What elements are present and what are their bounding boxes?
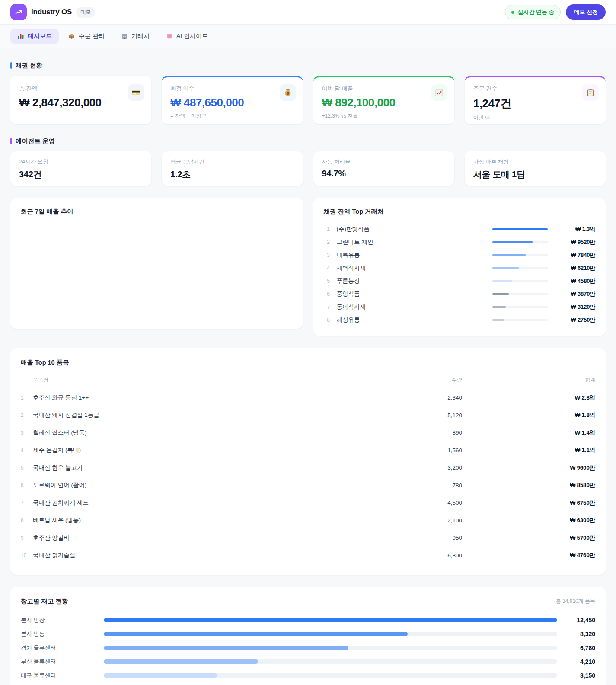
agent-card-grid: 24시간 요청 342건 평균 응답시간 1.2초 자동 처리율 94.7% 가… [10, 151, 606, 186]
item-qty: 2,100 [410, 517, 462, 524]
warehouse-value: 6,780 [557, 644, 595, 651]
kpi-label: 확정 미수 [170, 85, 294, 93]
tab-dashboard[interactable]: 대시보드 [10, 29, 59, 44]
demo-request-button[interactable]: 데모 신청 [566, 4, 606, 20]
app-header: Industry OS 데모 실시간 연동 중 데모 신청 [0, 0, 616, 24]
chart-increasing-icon [431, 84, 447, 101]
kpi-value: ₩ 892,100,000 [322, 96, 446, 109]
panel-title: 창고별 재고 현황 [21, 597, 68, 605]
section-title: 채권 현황 [16, 61, 42, 70]
item-rank: 1 [21, 395, 33, 401]
warehouse-bar-track [104, 673, 557, 678]
mini-value: 94.7% [322, 169, 446, 179]
account-amount: ₩ 3120만 [557, 303, 595, 311]
section-title: 에이전트 운영 [16, 137, 55, 145]
item-qty: 5,120 [410, 412, 462, 419]
account-amount: ₩ 4580만 [557, 277, 595, 285]
item-name: 칠레산 랍스터 (냉동) [33, 429, 410, 437]
table-row: 5 국내산 한우 불고기 3,200 ₩ 9600만 [21, 459, 595, 477]
warehouse-list: 본사 냉장 12,450 본사 냉동 8,320 경기 물류센터 6,780 [21, 613, 595, 682]
warehouse-total-label: 총 34,910개 품목 [556, 598, 595, 605]
account-name: 중앙식품 [337, 290, 493, 298]
kpi-label: 총 잔액 [19, 85, 143, 93]
tab-ai-insights[interactable]: AI 인사이트 [159, 29, 215, 44]
item-total: ₩ 6750만 [462, 499, 595, 507]
item-name: 국내산 한우 불고기 [33, 464, 410, 472]
item-total: ₩ 1.8억 [462, 411, 595, 419]
top-accounts-panel: 채권 잔액 Top 거래처 1 (주)한빛식품 ₩ 1.3억 2 그린마트 체인 [313, 198, 606, 336]
account-rank: 8 [324, 317, 333, 323]
app-title: Industry OS [31, 8, 72, 16]
kpi-subtext: +12.3% vs 전월 [322, 112, 446, 120]
clipboard-icon [582, 84, 599, 101]
kpi-value: 1,247건 [473, 96, 597, 111]
account-bar-fill [492, 254, 526, 256]
item-total: ₩ 1.4억 [462, 429, 595, 437]
warehouse-row: 본사 냉동 8,320 [21, 627, 595, 641]
tab-vendors[interactable]: 거래처 [114, 29, 156, 44]
warehouse-value: 3,150 [557, 672, 595, 679]
warehouse-row: 경기 물류센터 6,780 [21, 641, 595, 655]
section-agent-header: 에이전트 운영 [10, 137, 606, 145]
item-qty: 1,560 [410, 447, 462, 454]
account-name: 해성유통 [337, 316, 493, 324]
kpi-card-order-count: 주문 건수 1,247건 이번 달 [465, 76, 606, 124]
account-bar-track [492, 306, 548, 308]
account-name: 새벽식자재 [337, 264, 493, 272]
item-rank: 4 [21, 447, 33, 453]
item-rank: 7 [21, 500, 33, 506]
account-name: 푸른농장 [337, 277, 493, 285]
live-sync-label: 실시간 연동 중 [517, 8, 554, 16]
item-qty: 2,340 [410, 394, 462, 401]
account-bar-fill [492, 228, 548, 230]
column-header-total: 합계 [462, 376, 595, 384]
account-row: 3 대륙유통 ₩ 7840만 [324, 249, 596, 262]
warehouse-row: 대구 물류센터 3,150 [21, 669, 595, 682]
mini-label: 24시간 요청 [19, 158, 143, 166]
item-name: 노르웨이 연어 (활어) [33, 481, 410, 489]
item-name: 호주산 양갈비 [33, 534, 410, 542]
item-rank: 5 [21, 465, 33, 471]
account-name: 동아식자재 [337, 303, 493, 311]
table-row: 8 베트남 새우 (냉동) 2,100 ₩ 6300만 [21, 512, 595, 530]
account-row: 4 새벽식자재 ₩ 6210만 [324, 262, 596, 275]
account-row: 7 동아식자재 ₩ 3120만 [324, 301, 596, 314]
account-bar-fill [492, 280, 512, 282]
top-accounts-list: 1 (주)한빛식품 ₩ 1.3억 2 그린마트 체인 ₩ 9520만 [324, 223, 596, 326]
account-rank: 6 [324, 291, 333, 297]
warehouse-bar-fill [104, 632, 408, 636]
mini-value: 342건 [19, 169, 143, 180]
warehouse-name: 본사 냉장 [21, 616, 104, 624]
dashboard-page: Industry OS 데모 실시간 연동 중 데모 신청 대시보드 주문 관리 [0, 0, 616, 685]
account-bar-fill [492, 306, 506, 308]
item-total: ₩ 1.1억 [462, 446, 595, 454]
item-name: 호주산 와규 등심 1++ [33, 394, 410, 402]
account-bar-fill [492, 319, 504, 321]
account-row: 8 해성유통 ₩ 2750만 [324, 314, 596, 326]
mini-label: 가장 바쁜 채팅 [473, 158, 597, 166]
warehouse-name: 부산 물류센터 [21, 658, 104, 666]
warehouse-bar-track [104, 659, 557, 664]
brain-icon [166, 33, 173, 40]
item-name: 제주 은갈치 (특대) [33, 446, 410, 454]
section-receivables-header: 채권 현황 [10, 61, 606, 70]
live-sync-status: 실시간 연동 중 [505, 5, 561, 19]
account-amount: ₩ 3870만 [557, 290, 595, 298]
account-bar-track [492, 228, 548, 230]
package-icon [68, 33, 75, 40]
item-name: 국내산 김치찌개 세트 [33, 499, 410, 507]
table-header: 품목명 수량 합계 [21, 373, 595, 389]
kpi-subtext: 이번 달 [473, 114, 597, 122]
sales-trend-chart-panel: 최근 7일 매출 추이 [10, 198, 303, 329]
mini-label: 평균 응답시간 [170, 158, 294, 166]
item-total: ₩ 8580만 [462, 481, 595, 489]
item-rank: 6 [21, 482, 33, 488]
account-row: 2 그린마트 체인 ₩ 9520만 [324, 236, 596, 249]
table-row: 7 국내산 김치찌개 세트 4,500 ₩ 6750만 [21, 494, 595, 512]
main-nav: 대시보드 주문 관리 거래처 AI 인사이트 [0, 24, 616, 48]
item-rank: 10 [21, 552, 33, 558]
item-name: 국내산 돼지 삼겹살 1등급 [33, 411, 410, 419]
tab-orders[interactable]: 주문 관리 [61, 29, 112, 44]
warehouse-name: 대구 물류센터 [21, 672, 104, 679]
status-dot-icon [511, 11, 514, 14]
